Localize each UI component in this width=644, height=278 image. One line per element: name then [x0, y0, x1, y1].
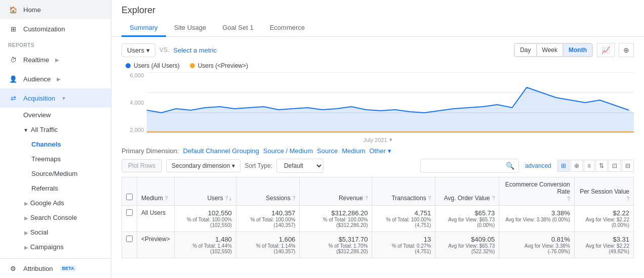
period-week-button[interactable]: Week	[537, 43, 563, 57]
sidebar-item-home[interactable]: 🏠 Home	[0, 0, 111, 19]
th-per-session-help: ?	[626, 196, 629, 202]
table-header-row: Medium ? Users ? ↓ Sessions	[122, 177, 634, 206]
dim-link-source-medium[interactable]: Source / Medium	[263, 147, 313, 155]
view-grid-button[interactable]: ⊟	[622, 160, 634, 172]
select-all-checkbox[interactable]	[126, 194, 133, 200]
vs-label: VS.	[159, 47, 169, 54]
th-transactions-help: ?	[428, 196, 431, 201]
chart-legend: Users (All Users) Users (<Preview>)	[126, 62, 634, 69]
th-revenue[interactable]: Revenue ?	[300, 177, 372, 206]
row1-users: 1,480 % of Total: 1.44% (102,550)	[174, 232, 236, 258]
secondary-dim-arrow: ▾	[232, 162, 235, 169]
row0-avg-order-main: $65.73	[439, 209, 495, 217]
acquisition-expand-arrow: ▼	[61, 96, 66, 101]
chart-x-dropdown-arrow: ▾	[389, 136, 392, 143]
tab-site-usage[interactable]: Site Usage	[166, 20, 215, 37]
pie-chart-button[interactable]: ⊕	[619, 43, 634, 57]
plot-rows-button[interactable]: Plot Rows	[122, 159, 162, 172]
legend-preview: Users (<Preview>)	[190, 62, 248, 69]
sidebar-item-home-label: Home	[23, 6, 41, 14]
th-transactions[interactable]: Transactions ?	[372, 177, 435, 206]
metric-selector[interactable]: Users ▾	[122, 43, 155, 57]
row0-check[interactable]	[126, 209, 133, 216]
tab-goal-set-1[interactable]: Goal Set 1	[214, 20, 261, 37]
row0-checkbox	[122, 206, 137, 232]
dim-link-medium[interactable]: Medium	[342, 147, 365, 155]
th-users-help: ?	[225, 196, 228, 201]
sidebar-item-source-medium[interactable]: Source/Medium	[0, 166, 111, 181]
sidebar-item-overview[interactable]: Overview	[0, 108, 111, 122]
primary-dim-label: Primary Dimension:	[122, 147, 179, 155]
customization-icon: ⊞	[8, 24, 18, 34]
row0-sessions-main: 140,357	[240, 209, 296, 217]
reports-section-header: REPORTS	[0, 38, 111, 50]
users-sort-icon: ↓	[229, 195, 232, 201]
th-revenue-label: Revenue	[339, 195, 363, 202]
legend-preview-label: Users (<Preview>)	[198, 62, 248, 69]
row0-users-sub: % of Total: 100.00% (102,550)	[179, 217, 232, 228]
sidebar-item-channels[interactable]: Channels	[0, 137, 111, 152]
sort-type-select[interactable]: Default Weighted	[276, 159, 324, 173]
sidebar-item-attribution[interactable]: ⚙ Attribution BETA	[0, 258, 111, 278]
dim-link-other[interactable]: Other ▾	[369, 147, 391, 155]
sidebar-item-social-label: Social	[30, 228, 48, 236]
th-avg-order[interactable]: Avg. Order Value ?	[435, 177, 499, 206]
row1-users-main: 1,480	[179, 236, 232, 243]
dim-link-default[interactable]: Default Channel Grouping	[183, 147, 259, 155]
row1-transactions-main: 13	[376, 236, 431, 243]
sidebar-item-search-console[interactable]: ▶ Search Console	[0, 210, 111, 225]
acquisition-icon: ⇄	[8, 93, 18, 103]
row1-conv-rate-sub: Avg for View: 3.38% (-76.09%)	[503, 243, 570, 254]
table-row: <Preview> 1,480 % of Total: 1.44% (102,5…	[122, 232, 634, 258]
view-bar-button[interactable]: ≡	[584, 160, 594, 172]
row1-transactions-sub: % of Total: 0.27% (4,751)	[376, 243, 431, 254]
select-metric-link[interactable]: Select a metric	[173, 47, 217, 54]
search-input[interactable]	[421, 160, 502, 172]
th-conversion-rate[interactable]: Ecommerce Conversion Rate ?	[499, 177, 575, 206]
th-users[interactable]: Users ? ↓	[174, 177, 236, 206]
row1-avg-order: $409.05 Avg for View: $65.73 (522.32%)	[435, 232, 499, 258]
row0-revenue-main: $312,286.20	[304, 209, 368, 217]
row0-per-session-main: $2.22	[579, 209, 629, 217]
sidebar-item-realtime[interactable]: ⏱ Realtime ▶	[0, 50, 111, 69]
sidebar-item-all-traffic[interactable]: ▼ All Traffic	[0, 122, 111, 137]
period-month-button[interactable]: Month	[563, 43, 592, 57]
view-pie-button[interactable]: ⊕	[571, 160, 583, 172]
sidebar-item-social[interactable]: ▶ Social	[0, 225, 111, 240]
row1-check[interactable]	[126, 236, 133, 242]
th-sessions[interactable]: Sessions ?	[236, 177, 300, 206]
legend-all-users: Users (All Users)	[126, 62, 180, 69]
row0-users-main: 102,550	[179, 209, 232, 217]
secondary-dimension-button[interactable]: Secondary dimension ▾	[166, 159, 240, 172]
row0-avg-order: $65.73 Avg for View: $65.73 (0.00%)	[435, 206, 499, 232]
view-table-button[interactable]: ⊞	[557, 160, 570, 172]
chart-svg-wrapper	[147, 72, 634, 133]
row0-users: 102,550 % of Total: 100.00% (102,550)	[174, 206, 236, 232]
data-table: Medium ? Users ? ↓ Sessions	[122, 177, 634, 258]
sidebar-item-customization[interactable]: ⊞ Customization	[0, 19, 111, 38]
chart-area: 6,000 4,000 2,000	[122, 72, 634, 143]
sidebar-item-referrals[interactable]: Referrals	[0, 181, 111, 196]
tab-summary[interactable]: Summary	[122, 20, 166, 37]
view-icons: ⊞ ⊕ ≡ ⇅ ⊡ ⊟	[557, 160, 634, 172]
google-ads-expand-arrow: ▶	[24, 201, 28, 206]
th-medium: Medium ?	[137, 177, 175, 206]
sidebar-item-campaigns[interactable]: ▶ Campaigns	[0, 240, 111, 254]
dim-link-source[interactable]: Source	[317, 147, 338, 155]
tab-ecommerce[interactable]: Ecommerce	[262, 20, 313, 37]
advanced-link[interactable]: advanced	[525, 162, 551, 169]
th-per-session[interactable]: Per Session Value ?	[574, 177, 633, 206]
view-compare-button[interactable]: ⇅	[595, 160, 608, 172]
period-day-button[interactable]: Day	[514, 43, 536, 57]
th-conversion-rate-label: Ecommerce Conversion Rate	[503, 181, 570, 195]
metric-selector-arrow: ▾	[146, 47, 150, 54]
sidebar-item-audience[interactable]: 👤 Audience ▶	[0, 69, 111, 88]
view-pivot-button[interactable]: ⊡	[609, 160, 621, 172]
line-chart-button[interactable]: 📈	[597, 43, 615, 57]
sidebar-item-treemaps[interactable]: Treemaps	[0, 152, 111, 166]
sidebar-item-acquisition[interactable]: ⇄ Acquisition ▼	[0, 88, 111, 108]
search-button[interactable]: 🔍	[502, 159, 518, 172]
home-icon: 🏠	[8, 5, 18, 15]
sidebar-item-google-ads[interactable]: ▶ Google Ads	[0, 196, 111, 210]
chart-x-label: July 2021 ▾	[363, 136, 392, 143]
